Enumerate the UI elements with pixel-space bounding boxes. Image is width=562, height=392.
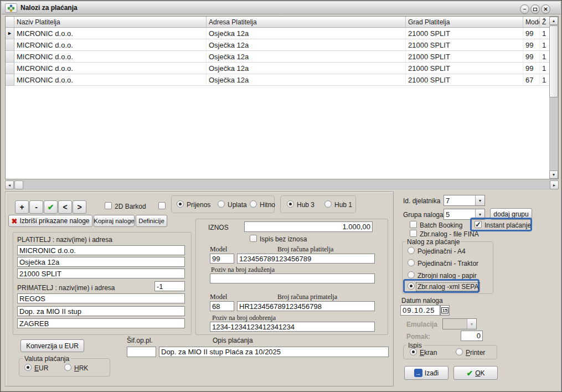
chevron-down-icon[interactable]: ▼ <box>475 195 484 205</box>
date-field[interactable] <box>400 305 440 316</box>
column-header-naziv[interactable]: Naziv Platitelja <box>14 17 207 28</box>
conversion-button[interactable]: Konverzija u EUR <box>20 339 84 352</box>
maximize-button[interactable] <box>530 4 540 14</box>
calendar-button[interactable]: 15 <box>440 305 450 316</box>
batch-booking-checkbox[interactable] <box>410 221 417 228</box>
payer-section-label: PLATITELJ : naziv(ime) i adresa <box>17 236 112 244</box>
scroll-left-button[interactable]: ◄ <box>5 180 14 189</box>
vertical-scroll-thumb[interactable] <box>549 25 558 97</box>
payer-reference-field[interactable] <box>210 274 375 283</box>
payer-address-field[interactable] <box>17 257 185 267</box>
row-selector[interactable] <box>6 51 14 63</box>
instant-checkbox[interactable] <box>475 221 482 228</box>
type-radio-uplata[interactable] <box>218 200 225 208</box>
table-row-cell[interactable]: Osječka 12a <box>207 63 406 74</box>
add-button[interactable]: + <box>15 200 29 214</box>
recipient-model-field[interactable] <box>210 301 234 311</box>
table-row-cell[interactable]: 99 <box>523 28 540 39</box>
exit-button[interactable]: → Izađi <box>404 366 448 380</box>
recipient-account-field[interactable] <box>237 301 375 311</box>
table-row-cell[interactable]: 21000 SPLIT <box>406 39 523 51</box>
table-row-cell[interactable]: 21000 SPLIT <box>406 51 523 63</box>
table-row-cell[interactable]: MICRONIC d.o.o. <box>14 39 207 51</box>
row-marker[interactable]: ► <box>6 28 14 39</box>
table-row-cell[interactable]: 99 <box>523 39 540 51</box>
ok-button[interactable]: ✔ OK <box>453 366 498 380</box>
barkod-checkbox[interactable] <box>105 202 112 209</box>
emulacija-dropdown[interactable]: ▼ <box>442 318 477 329</box>
payer-account-field[interactable] <box>237 254 375 264</box>
scroll-right-button[interactable]: ► <box>550 180 559 189</box>
table-row-cell[interactable]: 21000 SPLIT <box>406 63 523 74</box>
recipient-line2-field[interactable] <box>17 306 185 316</box>
column-header-z[interactable]: Ž <box>540 17 549 28</box>
column-header-grad[interactable]: Grad Platitelja <box>406 17 523 28</box>
horizontal-scrollbar[interactable] <box>5 180 559 189</box>
nalog-radio-papir[interactable] <box>408 271 415 278</box>
delete-shown-button[interactable]: ✖ Izbriši prikazane naloge <box>8 215 92 227</box>
minimize-button[interactable]: – <box>520 4 529 14</box>
chevron-down-icon[interactable]: ▼ <box>467 319 476 329</box>
payer-city-field[interactable] <box>17 269 185 278</box>
title-bar[interactable]: Nalozi za plaćanja – ✕ <box>2 2 560 14</box>
nalog-radio-a4[interactable] <box>408 247 415 254</box>
payer-model-field[interactable] <box>210 254 234 264</box>
payer-name-field[interactable] <box>17 245 185 255</box>
table-row-cell[interactable]: 1 <box>540 51 549 63</box>
row-selector[interactable] <box>6 63 14 74</box>
definitions-button[interactable]: Definicije <box>136 215 167 227</box>
table-row-cell[interactable]: MICRONIC d.o.o. <box>14 28 207 39</box>
currency-radio-eur[interactable] <box>24 364 32 371</box>
row-selector[interactable] <box>6 39 14 51</box>
table-row-cell[interactable]: 1 <box>540 39 549 51</box>
close-button[interactable]: ✕ <box>541 4 550 14</box>
horizontal-scroll-thumb[interactable] <box>14 180 23 189</box>
scroll-down-button[interactable]: ▼ <box>549 171 558 179</box>
table-row-cell[interactable]: Osječka 12a <box>207 28 406 39</box>
opis-field[interactable] <box>159 347 389 357</box>
table-row-cell[interactable]: 21000 SPLIT <box>406 74 523 86</box>
currency-radio-hrk[interactable] <box>64 364 71 371</box>
column-header-adresa[interactable]: Adresa Platitelja <box>207 17 406 28</box>
nalog-radio-traktor[interactable] <box>408 259 415 266</box>
scroll-up-button[interactable]: ▲ <box>549 17 558 25</box>
amount-field[interactable] <box>244 221 373 232</box>
table-row-cell[interactable]: 1 <box>540 63 549 74</box>
recipient-code-field[interactable] <box>154 281 185 291</box>
nalog-radio-sepa[interactable] <box>408 282 415 290</box>
recipient-reference-field[interactable] <box>210 322 375 332</box>
table-row-cell[interactable]: 67 <box>523 74 540 86</box>
recipient-city-field[interactable] <box>17 318 185 328</box>
pomak-field[interactable] <box>461 331 483 341</box>
table-row-cell[interactable]: Osječka 12a <box>207 51 406 63</box>
sif-field[interactable] <box>127 347 156 357</box>
fina-checkbox[interactable] <box>410 230 417 237</box>
table-row-cell[interactable]: 99 <box>523 51 540 63</box>
table-row-cell[interactable]: 99 <box>523 63 540 74</box>
row-selector[interactable] <box>6 74 14 86</box>
ispis-radio-printer[interactable] <box>456 348 463 355</box>
extra-checkbox[interactable] <box>158 202 166 209</box>
table-row-cell[interactable]: 1 <box>540 28 549 39</box>
column-header-model[interactable]: Model <box>523 17 540 28</box>
hub-radio-hub1[interactable] <box>324 200 332 208</box>
no-amount-checkbox[interactable] <box>250 235 257 242</box>
table-row-cell[interactable]: Osječka 12a <box>207 39 406 51</box>
ispis-radio-ekran[interactable] <box>410 348 417 355</box>
table-row-cell[interactable]: 1 <box>540 74 549 86</box>
confirm-button[interactable]: ✔ <box>44 200 58 214</box>
id-djelatnika-dropdown[interactable]: 7 ▼ <box>444 195 485 206</box>
table-row-cell[interactable]: MICRONIC d.o.o. <box>14 63 207 74</box>
table-row-cell[interactable]: MICRONIC d.o.o. <box>14 51 207 63</box>
type-radio-prijenos[interactable] <box>177 200 184 208</box>
remove-button[interactable]: - <box>29 200 43 214</box>
table-row-cell[interactable]: 21000 SPLIT <box>406 28 523 39</box>
copy-orders-button[interactable]: Kopiraj naloge <box>94 215 135 227</box>
recipient-name-field[interactable] <box>17 293 185 303</box>
table-row-cell[interactable]: Osječka 12a <box>207 74 406 86</box>
hub-radio-hub3[interactable] <box>287 200 294 208</box>
previous-button[interactable]: < <box>58 200 72 214</box>
table-row-cell[interactable]: MICRONIC d.o.o. <box>14 74 207 86</box>
next-button[interactable]: > <box>73 200 86 214</box>
type-radio-hitno[interactable] <box>250 200 257 208</box>
